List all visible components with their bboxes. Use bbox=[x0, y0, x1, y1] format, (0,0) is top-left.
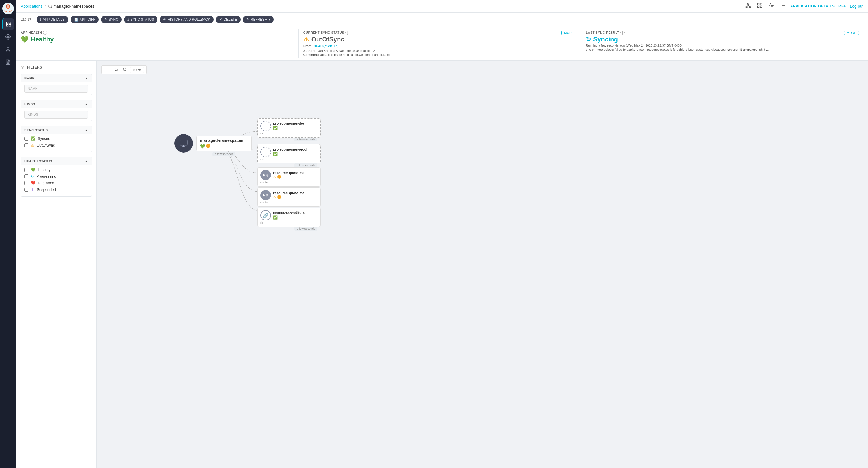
name-filter-header[interactable]: NAME ▲ bbox=[21, 74, 92, 82]
outofsync-checkbox[interactable] bbox=[25, 143, 29, 147]
outofsync-filter-label: OutOfSync bbox=[36, 143, 55, 147]
sidebar-item-docs[interactable] bbox=[2, 56, 14, 68]
delete-label: DELETE bbox=[224, 18, 237, 22]
app-details-button[interactable]: ℹ APP DETAILS bbox=[36, 16, 68, 23]
graph-zoom-in-btn[interactable] bbox=[113, 67, 120, 73]
sync-status-button[interactable]: ℹ SYNC STATUS bbox=[124, 16, 157, 23]
from-ref[interactable]: HEAD (b9db11d) bbox=[314, 44, 339, 49]
refresh-icon: ↻ bbox=[246, 18, 249, 22]
from-label: From bbox=[303, 44, 311, 49]
sidebar-item-apps[interactable] bbox=[2, 19, 14, 30]
outofsync-filter-item[interactable]: ⚠ OutOfSync bbox=[25, 143, 88, 147]
app-diff-label: APP DIFF bbox=[80, 18, 95, 22]
app-health-icon: 💚 bbox=[21, 36, 29, 43]
kinds-filter-input[interactable] bbox=[25, 111, 88, 119]
sidebar-item-settings[interactable] bbox=[2, 31, 14, 42]
breadcrumb-separator: / bbox=[45, 4, 46, 9]
last-sync-more-btn[interactable]: MORE bbox=[844, 31, 859, 35]
node-health-5: ✅ bbox=[273, 215, 278, 220]
current-app-name: managed-namespaces bbox=[53, 4, 94, 9]
delete-button[interactable]: ✕ DELETE bbox=[216, 16, 241, 23]
network-view-btn[interactable] bbox=[744, 1, 752, 11]
node-menu-btn-1[interactable]: ⋮ bbox=[313, 123, 317, 129]
breadcrumb-apps-link[interactable]: Applications bbox=[21, 4, 42, 9]
healthy-filter-icon: 💚 bbox=[31, 167, 35, 172]
sidebar-item-user[interactable] bbox=[2, 44, 14, 55]
kinds-filter-label: KINDS bbox=[25, 102, 35, 106]
suspended-filter-item[interactable]: ⏸ Suspended bbox=[25, 187, 88, 192]
node-rq-2: RQ resource-quota-memory-cpu ⚠ ⋮ quota bbox=[257, 187, 320, 207]
rb-avatar: 🔗 bbox=[260, 210, 271, 220]
node-name-2: project-memes-prod bbox=[273, 147, 311, 151]
progressing-filter-item[interactable]: ↻ Progressing bbox=[25, 174, 88, 179]
suspended-checkbox[interactable] bbox=[25, 188, 29, 192]
tree-view-btn[interactable] bbox=[767, 1, 775, 11]
node-info: resource-quota-memory-cpu ⚠ bbox=[273, 191, 311, 199]
node-menu-btn-3[interactable]: ⋮ bbox=[313, 173, 317, 178]
name-filter-section: NAME ▲ bbox=[21, 74, 92, 95]
node-project-memes-prod: project-memes-prod ✅ ⋮ ns a few seconds bbox=[257, 144, 320, 163]
progressing-checkbox[interactable] bbox=[25, 175, 29, 179]
degraded-filter-item[interactable]: 💔 Degraded bbox=[25, 181, 88, 185]
sync-status-filter-header[interactable]: SYNC STATUS ▲ bbox=[21, 126, 92, 134]
sync-status-label: SYNC STATUS bbox=[130, 18, 154, 22]
healthy-checkbox[interactable] bbox=[25, 168, 29, 172]
breadcrumb-current-app: managed-namespaces bbox=[48, 4, 94, 9]
root-node-icon bbox=[175, 134, 193, 153]
node-type-5: rb bbox=[260, 221, 317, 224]
node-health-2: ✅ bbox=[273, 152, 278, 156]
current-sync-more-btn[interactable]: MORE bbox=[561, 31, 576, 35]
svg-rect-23 bbox=[760, 6, 762, 8]
graph-fullscreen-btn[interactable] bbox=[104, 67, 112, 73]
svg-rect-5 bbox=[6, 22, 8, 24]
synced-filter-item[interactable]: ✅ Synced bbox=[25, 136, 88, 141]
name-filter-input[interactable] bbox=[25, 85, 88, 93]
healthy-filter-item[interactable]: 💚 Healthy bbox=[25, 167, 88, 172]
app-diff-button[interactable]: 📄 APP DIFF bbox=[70, 16, 99, 23]
refresh-button[interactable]: ↻ REFRESH ▾ bbox=[243, 16, 274, 23]
rq1-warning-icon: ⚠ bbox=[273, 175, 276, 179]
kinds-filter-body bbox=[21, 108, 92, 121]
svg-rect-16 bbox=[746, 7, 747, 7]
node-time-5: a few seconds bbox=[294, 227, 317, 230]
filters-title: FILTERS bbox=[27, 65, 42, 69]
svg-point-9 bbox=[7, 36, 9, 38]
rq-avatar-1: RQ bbox=[260, 170, 271, 180]
node-header: project-memes-dev ✅ ⋮ bbox=[260, 121, 317, 131]
progressing-filter-label: Progressing bbox=[36, 174, 56, 179]
root-node-name: managed-namespaces bbox=[200, 138, 243, 143]
last-sync-info-icon[interactable]: i bbox=[620, 31, 624, 35]
svg-line-37 bbox=[126, 70, 127, 71]
current-sync-label: CURRENT SYNC STATUS i bbox=[303, 31, 562, 35]
health-status-filter-header[interactable]: HEALTH STATUS ▲ bbox=[21, 157, 92, 165]
degraded-checkbox[interactable] bbox=[25, 181, 29, 185]
logout-button[interactable]: Log out bbox=[850, 4, 863, 9]
sync-status-icon: ℹ bbox=[127, 18, 129, 22]
current-sync-info-icon[interactable]: i bbox=[345, 31, 349, 35]
history-button[interactable]: ⟲ HISTORY AND ROLLBACK bbox=[160, 16, 214, 23]
app-health-info-icon[interactable]: i bbox=[43, 31, 47, 35]
svg-rect-15 bbox=[747, 3, 749, 4]
graph-zoom-out-btn[interactable] bbox=[121, 67, 129, 73]
svg-rect-22 bbox=[760, 3, 762, 5]
svg-rect-24 bbox=[757, 6, 759, 8]
node-menu-btn-5[interactable]: ⋮ bbox=[313, 213, 317, 218]
root-node-menu-btn[interactable]: ⋮ bbox=[246, 137, 250, 143]
node-type-1: ns bbox=[260, 132, 317, 135]
svg-rect-39 bbox=[180, 140, 187, 145]
synced-icon: ✅ bbox=[31, 136, 35, 141]
node-menu-btn-2[interactable]: ⋮ bbox=[313, 149, 317, 155]
kinds-filter-header[interactable]: KINDS ▲ bbox=[21, 100, 92, 108]
node-type-4: quota bbox=[260, 201, 317, 204]
synced-checkbox[interactable] bbox=[25, 137, 29, 141]
zoom-level: 100% bbox=[130, 67, 144, 73]
node-time-1: a few seconds bbox=[294, 137, 317, 141]
sidebar bbox=[0, 0, 16, 468]
sync-button[interactable]: ↻ SYNC bbox=[101, 16, 122, 23]
grid-view-btn[interactable] bbox=[756, 1, 764, 11]
root-node-time: a few seconds bbox=[212, 152, 236, 156]
node-menu-btn-4[interactable]: ⋮ bbox=[313, 192, 317, 198]
breadcrumb: Applications / managed-namespaces bbox=[21, 4, 94, 9]
svg-line-14 bbox=[51, 7, 52, 8]
list-view-btn[interactable] bbox=[779, 1, 787, 11]
